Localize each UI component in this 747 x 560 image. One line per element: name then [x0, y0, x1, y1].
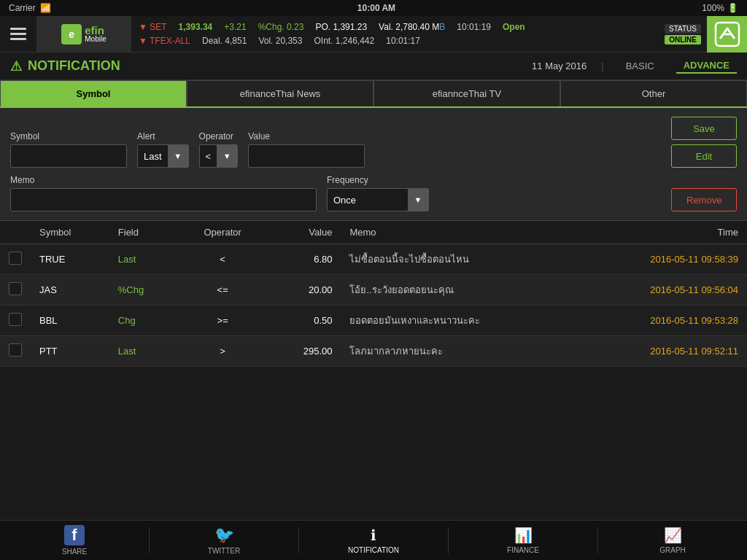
notification-title: NOTIFICATION: [28, 58, 120, 74]
nav-twitter[interactable]: 🐦 TWITTER: [150, 526, 298, 555]
notification-table: Symbol Field Operator Value Memo Time TR…: [0, 221, 747, 367]
table-row[interactable]: PTT Last > 295.00 โลภมากลาภหายนะคะ 2016-…: [0, 336, 747, 367]
tfex-deal: Deal. 4,851: [202, 36, 247, 46]
logo-sub: Mobile: [85, 36, 106, 43]
nav-finance[interactable]: 📊 FINANCE: [449, 526, 597, 554]
tfex-vol: Vol. 20,353: [258, 36, 302, 46]
nav-notification[interactable]: ℹ NOTIFICATION: [299, 526, 448, 554]
row-memo-2: ยอดตอยมันเหงาและหนาวนะคะ: [341, 306, 578, 336]
symbol-input[interactable]: [10, 144, 127, 168]
status-box: STATUS ONLINE: [665, 24, 701, 44]
col-field: Field: [109, 221, 179, 244]
operator-select[interactable]: < ▼: [199, 144, 239, 168]
status-label: STATUS: [665, 24, 701, 34]
table-row[interactable]: TRUE Last < 6.80 ไม่ซื้อตอนนี้จะไปซื้อตอ…: [0, 244, 747, 275]
col-time: Time: [578, 221, 747, 244]
tab-tv[interactable]: efiannceThai TV: [374, 80, 560, 106]
advance-button[interactable]: ADVANCE: [676, 58, 737, 74]
set-price: 1,393.34: [179, 22, 213, 32]
row-operator-1: <=: [179, 275, 267, 306]
table-row[interactable]: JAS %Chg <= 20.00 โอ้ย..ระวังยอดตอยนะคุณ…: [0, 275, 747, 306]
status-time: 10:00 AM: [357, 3, 395, 13]
row-checkbox-2[interactable]: [9, 313, 22, 326]
row-time-2: 2016-05-11 09:53:28: [578, 306, 747, 336]
col-symbol: Symbol: [31, 221, 109, 244]
operator-dropdown-arrow[interactable]: ▼: [217, 144, 237, 168]
tab-symbol[interactable]: Symbol: [0, 80, 187, 106]
svg-rect-2: [10, 38, 26, 40]
brand-icon: [707, 16, 747, 52]
row-operator-2: >=: [179, 306, 267, 336]
value-label: Value: [248, 131, 365, 141]
col-check: [0, 221, 31, 244]
col-value: Value: [266, 221, 341, 244]
tab-bar: Symbol efinanceThai News efiannceThai TV…: [0, 80, 747, 108]
graph-icon: 📈: [664, 526, 682, 544]
row-time-3: 2016-05-11 09:52:11: [578, 336, 747, 367]
online-label: ONLINE: [665, 35, 701, 44]
nav-graph[interactable]: 📈 GRAPH: [598, 526, 747, 554]
svg-rect-0: [10, 28, 26, 30]
row-checkbox-0[interactable]: [9, 252, 22, 265]
set-val: Val. 2,780.40 MB: [379, 22, 445, 32]
alert-label: Alert: [137, 131, 189, 141]
twitter-icon: 🐦: [214, 526, 234, 545]
operator-group: Operator < ▼: [199, 131, 239, 168]
row-field-0: Last: [109, 244, 179, 275]
row-value-2: 0.50: [266, 306, 341, 336]
row-value-3: 295.00: [266, 336, 341, 367]
set-status: Open: [503, 22, 525, 32]
finance-icon: 📊: [514, 526, 533, 544]
row-field-1: %Chg: [109, 275, 179, 306]
col-memo: Memo: [341, 221, 578, 244]
row-time-1: 2016-05-11 09:56:04: [578, 275, 747, 306]
row-field-3: Last: [109, 336, 179, 367]
data-table-area: Symbol Field Operator Value Memo Time TR…: [0, 221, 747, 367]
tab-news[interactable]: efinanceThai News: [187, 80, 374, 106]
svg-rect-1: [10, 33, 26, 35]
row-symbol-2: BBL: [31, 306, 109, 336]
row-memo-3: โลภมากลาภหายนะคะ: [341, 336, 578, 367]
row-checkbox-3[interactable]: [9, 343, 22, 357]
value-input[interactable]: [248, 144, 365, 168]
row-symbol-1: JAS: [31, 275, 109, 306]
set-change: +3.21: [224, 22, 246, 32]
carrier: Carrier 📶: [9, 3, 51, 13]
logo: e efin Mobile: [36, 16, 131, 52]
battery: 100% 🔋: [702, 3, 738, 13]
remove-button[interactable]: Remove: [671, 188, 737, 211]
row-operator-3: >: [179, 336, 267, 367]
row-time-0: 2016-05-11 09:58:39: [578, 244, 747, 275]
symbol-group: Symbol: [10, 131, 127, 168]
memo-input[interactable]: [10, 188, 317, 211]
tab-other[interactable]: Other: [560, 80, 747, 106]
notification-warning-icon: ⚠: [10, 58, 22, 74]
logo-text: efin: [85, 25, 106, 36]
edit-button[interactable]: Edit: [671, 144, 737, 168]
col-operator: Operator: [179, 221, 267, 244]
table-row[interactable]: BBL Chg >= 0.50 ยอดตอยมันเหงาและหนาวนะคะ…: [0, 306, 747, 336]
value-group: Value: [248, 131, 365, 168]
form-area: Symbol Alert Last ▼ Operator < ▼ Value S…: [0, 108, 747, 221]
menu-button[interactable]: [0, 16, 36, 52]
symbol-label: Symbol: [10, 131, 127, 141]
row-value-1: 20.00: [266, 275, 341, 306]
row-field-2: Chg: [109, 306, 179, 336]
basic-button[interactable]: BASIC: [619, 59, 662, 73]
row-symbol-0: TRUE: [31, 244, 109, 275]
alert-select[interactable]: Last ▼: [137, 144, 189, 168]
frequency-label: Frequency: [327, 175, 429, 185]
save-button[interactable]: Save: [671, 117, 737, 140]
action-buttons: Save Edit: [671, 117, 737, 168]
nav-share[interactable]: f SHARE: [0, 525, 149, 556]
row-memo-1: โอ้ย..ระวังยอดตอยนะคุณ: [341, 275, 578, 306]
row-operator-0: <: [179, 244, 267, 275]
alert-dropdown-arrow[interactable]: ▼: [168, 144, 188, 168]
wifi-icon: 📶: [40, 3, 51, 13]
notification-date: 11 May 2016: [532, 61, 587, 71]
notification-header: ⚠ NOTIFICATION 11 May 2016 | BASIC ADVAN…: [0, 52, 747, 80]
row-checkbox-1[interactable]: [9, 282, 22, 295]
frequency-select[interactable]: Once ▼: [327, 188, 429, 211]
frequency-dropdown-arrow[interactable]: ▼: [408, 188, 428, 211]
notification-nav-icon: ℹ: [371, 526, 376, 544]
